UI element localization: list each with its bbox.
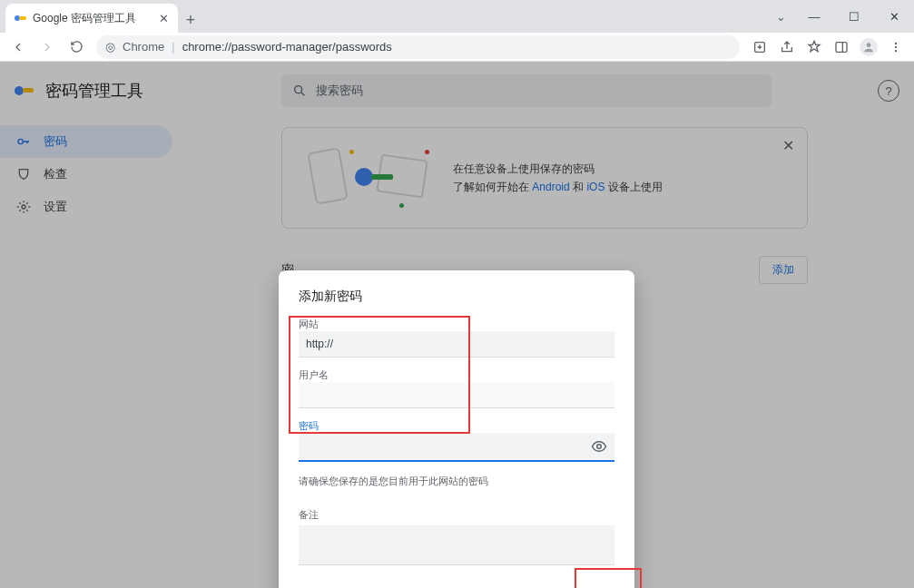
address-bar[interactable]: ◎ Chrome | chrome://password-manager/pas… <box>96 35 740 59</box>
svg-rect-1 <box>836 42 847 52</box>
menu-icon[interactable] <box>883 34 909 60</box>
profile-avatar[interactable] <box>856 34 881 60</box>
avatar-icon <box>860 38 878 56</box>
share-icon[interactable] <box>774 34 800 60</box>
url-path: chrome://password-manager/passwords <box>182 40 392 54</box>
browser-toolbar: ◎ Chrome | chrome://password-manager/pas… <box>0 33 914 62</box>
close-window-button[interactable]: ✕ <box>874 3 914 30</box>
close-icon[interactable]: ✕ <box>159 12 169 25</box>
password-input[interactable] <box>299 433 614 462</box>
svg-point-3 <box>867 43 871 47</box>
new-tab-button[interactable]: + <box>178 7 203 33</box>
username-input[interactable] <box>299 382 614 408</box>
chevron-down-icon[interactable]: ⌄ <box>767 10 794 24</box>
key-icon <box>15 12 27 24</box>
svg-point-4 <box>895 42 897 44</box>
memo-label: 备注 <box>299 508 614 522</box>
password-label: 密码 <box>299 419 614 433</box>
password-helper-text: 请确保您保存的是您目前用于此网站的密码 <box>299 475 614 488</box>
maximize-button[interactable]: ☐ <box>834 3 874 30</box>
forward-button[interactable] <box>34 34 60 60</box>
svg-point-6 <box>895 49 897 51</box>
svg-point-11 <box>597 445 602 449</box>
site-input[interactable] <box>299 331 614 358</box>
memo-input[interactable] <box>299 525 614 565</box>
svg-point-5 <box>895 45 897 47</box>
browser-tab-active[interactable]: Google 密码管理工具 ✕ <box>5 4 178 33</box>
minimize-button[interactable]: ― <box>794 3 834 30</box>
reload-button[interactable] <box>64 34 89 60</box>
window-controls: ⌄ ― ☐ ✕ <box>767 0 914 33</box>
page-content: 密码管理工具 搜索密码 ? 密码 检查 <box>0 62 914 588</box>
window-titlebar: Google 密码管理工具 ✕ + ⌄ ― ☐ ✕ <box>0 0 914 33</box>
show-password-icon[interactable] <box>589 436 609 456</box>
add-password-dialog: 添加新密码 网站 用户名 密码 请确保您保存的是您目前用于此网站的密码 备注 取… <box>279 270 634 588</box>
username-label: 用户名 <box>299 368 614 382</box>
side-panel-icon[interactable] <box>829 34 854 60</box>
dialog-title: 添加新密码 <box>299 289 614 305</box>
url-host: Chrome <box>123 40 164 54</box>
bookmark-icon[interactable] <box>801 34 827 60</box>
back-button[interactable] <box>5 34 31 60</box>
tab-title: Google 密码管理工具 <box>33 11 136 26</box>
chrome-icon: ◎ <box>105 40 115 54</box>
site-label: 网站 <box>299 318 614 331</box>
install-app-icon[interactable] <box>747 34 772 60</box>
